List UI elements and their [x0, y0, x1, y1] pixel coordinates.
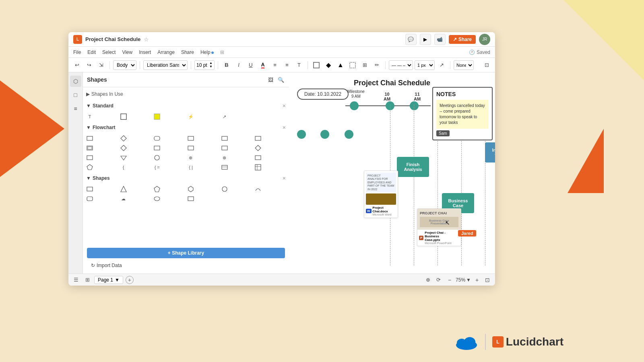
video-btn[interactable]: 📹: [434, 34, 446, 45]
shapes-search-icon[interactable]: 🔍: [277, 76, 285, 84]
s-cloud[interactable]: ☁: [119, 194, 128, 203]
share-button[interactable]: ↗ Share: [449, 35, 476, 44]
s-triangle[interactable]: [119, 185, 128, 193]
fill-rect-shape[interactable]: [153, 112, 161, 121]
table-btn[interactable]: ⊞: [359, 60, 370, 70]
s-rect[interactable]: [85, 185, 94, 193]
align-center-btn[interactable]: ≡: [282, 60, 292, 70]
s-circle[interactable]: [220, 185, 229, 193]
layers-btn[interactable]: ⊕: [423, 276, 432, 284]
pen-btn[interactable]: ✏: [372, 60, 382, 70]
flowchart-section-header[interactable]: ▼ Flowchart ×: [83, 123, 289, 132]
line-style-select[interactable]: — — —: [389, 60, 413, 70]
fc-rect8[interactable]: [85, 153, 94, 162]
arrow-style-btn[interactable]: ↗: [436, 60, 447, 70]
fc-rect4[interactable]: [254, 134, 262, 143]
page-1-tab[interactable]: Page 1 ▼: [94, 276, 123, 284]
fc-diamond3[interactable]: [254, 144, 262, 152]
menu-edit[interactable]: Edit: [87, 49, 96, 55]
align-left-btn[interactable]: ≡: [270, 60, 280, 70]
crop-none-select[interactable]: None: [454, 60, 474, 70]
fc-x-circle[interactable]: ⊗: [220, 153, 229, 162]
font-size-down[interactable]: ▼: [209, 65, 213, 68]
comments-btn[interactable]: 💬: [405, 34, 417, 45]
s-curved[interactable]: [254, 185, 262, 193]
highlight-btn[interactable]: ▲: [335, 60, 346, 70]
shape-library-button[interactable]: + Shape Library: [87, 248, 285, 258]
text-tool-btn[interactable]: T: [294, 60, 304, 70]
fc-rect2[interactable]: [186, 134, 195, 143]
container-btn[interactable]: [311, 60, 322, 70]
menu-share[interactable]: Share: [181, 49, 194, 55]
menu-file[interactable]: File: [73, 49, 81, 55]
undo-btn[interactable]: ↩: [72, 60, 82, 70]
fc-circle[interactable]: [153, 153, 161, 162]
arrow-shape[interactable]: ↗: [220, 112, 229, 121]
fc-rect5[interactable]: [153, 144, 161, 152]
restore-btn[interactable]: ⟳: [434, 276, 443, 284]
border-size-select[interactable]: 1 px: [415, 60, 435, 70]
fc-plus[interactable]: ⊕: [186, 153, 195, 162]
redo-btn[interactable]: ↪: [84, 60, 94, 70]
menu-arrange[interactable]: Arrange: [157, 49, 175, 55]
fc-triangle-down[interactable]: [119, 153, 128, 162]
zoom-out-btn[interactable]: −: [445, 276, 454, 284]
fc-dbl-rect[interactable]: [85, 144, 94, 152]
panel-toggle-btn[interactable]: ⊡: [481, 60, 492, 70]
lightning-shape[interactable]: ⚡: [186, 112, 195, 121]
rect-shape[interactable]: [119, 112, 128, 121]
fc-table-sm[interactable]: [220, 163, 229, 172]
fc-diamond[interactable]: [119, 134, 128, 143]
shapes-section-header[interactable]: ▼ Shapes ×: [83, 173, 289, 183]
shapes-sidebar-btn[interactable]: ⬡: [70, 76, 81, 87]
text-shape[interactable]: T: [85, 112, 94, 121]
s-rounded2[interactable]: [85, 194, 94, 203]
grid-view-btn[interactable]: ⊞: [83, 276, 92, 284]
canvas-area[interactable]: Project Chai Schedule Date: 10.10.2022 M…: [289, 72, 495, 274]
s-pentagon[interactable]: [153, 185, 161, 193]
fc-grid[interactable]: [254, 163, 262, 172]
fc-brace-eq[interactable]: { =: [153, 163, 161, 172]
font-color-btn[interactable]: A: [258, 60, 268, 70]
bold-btn[interactable]: B: [221, 60, 232, 70]
menu-view[interactable]: View: [122, 49, 132, 55]
fc-pentagon[interactable]: [85, 163, 94, 172]
underline-btn[interactable]: U: [246, 60, 256, 70]
zoom-in-btn[interactable]: +: [473, 276, 481, 284]
fc-lines[interactable]: { |: [186, 163, 195, 172]
fc-rounded[interactable]: [153, 134, 161, 143]
standard-section-header[interactable]: ▼ Standard ×: [83, 101, 289, 111]
s-hexagon[interactable]: [186, 185, 195, 193]
standard-section-close[interactable]: ×: [283, 103, 286, 109]
fc-diamond2[interactable]: [119, 144, 128, 152]
pages-sidebar-btn[interactable]: □: [70, 89, 81, 101]
fc-rect6[interactable]: [186, 144, 195, 152]
layers-sidebar-btn[interactable]: ≡: [70, 103, 81, 114]
copy-format-btn[interactable]: ⇲: [96, 60, 106, 70]
fc-rect[interactable]: [85, 134, 94, 143]
shapes-image-icon[interactable]: 🖼: [266, 76, 275, 84]
s-rect2[interactable]: [186, 194, 195, 203]
fc-rect3[interactable]: [220, 134, 229, 143]
present-btn[interactable]: ▶: [420, 34, 431, 45]
fit-page-btn[interactable]: ⊡: [483, 276, 492, 284]
menu-insert[interactable]: Insert: [139, 49, 151, 55]
s-ellipse[interactable]: [153, 194, 161, 203]
list-view-btn[interactable]: ☰: [72, 276, 80, 284]
fc-brace-left[interactable]: {: [119, 163, 128, 172]
favorite-star[interactable]: ☆: [144, 36, 149, 43]
menu-help[interactable]: Help: [200, 49, 214, 55]
flowchart-section-close[interactable]: ×: [283, 124, 286, 131]
italic-btn[interactable]: I: [233, 60, 244, 70]
fill-color-btn[interactable]: ◆: [323, 60, 334, 70]
fc-rect7[interactable]: [220, 144, 229, 152]
font-size-up[interactable]: ▲: [209, 62, 213, 65]
add-page-btn[interactable]: +: [126, 276, 134, 284]
import-data-button[interactable]: ↻ Import Data: [87, 261, 285, 270]
style-select[interactable]: Body: [113, 60, 136, 70]
shapes-section-close[interactable]: ×: [283, 175, 286, 181]
border-color-btn[interactable]: [347, 60, 358, 70]
font-select[interactable]: Liberation Sans: [143, 60, 188, 70]
menu-select[interactable]: Select: [102, 49, 116, 55]
fc-rect9[interactable]: [254, 153, 262, 162]
